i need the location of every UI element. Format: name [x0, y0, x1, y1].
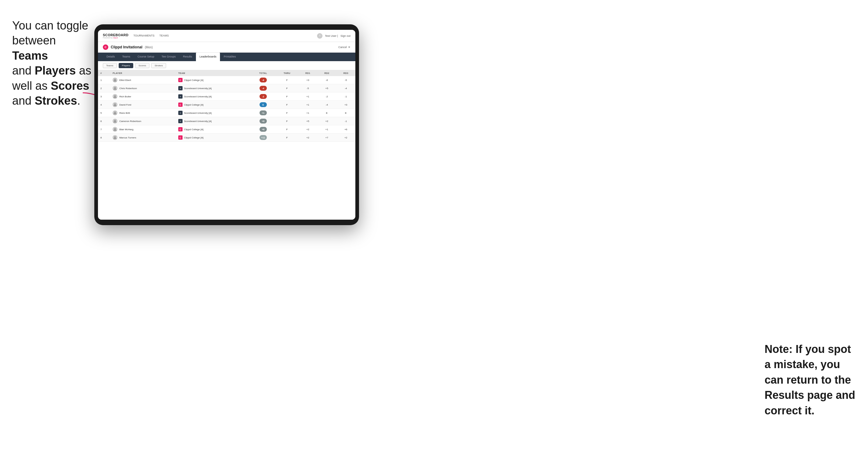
col-team: TEAM [176, 70, 251, 76]
team-name: Clippd College [A] [184, 136, 204, 139]
tab-teams[interactable]: Teams [119, 53, 134, 61]
right-annotation: Note: If you spot a mistake, you can ret… [765, 342, 856, 418]
svg-point-1 [114, 79, 116, 80]
tournament-gender: (Men) [145, 45, 153, 49]
rd2-cell: -2 [317, 92, 337, 101]
rd1-cell: +3 [298, 76, 317, 84]
players-table: # PLAYER TEAM TOTAL THRU RD1 RD2 RD3 1 E… [98, 70, 355, 142]
table-row[interactable]: 1 Elliot Ebert C Clippd College [A] -8F+… [98, 76, 355, 84]
player-name: David Ford [119, 103, 131, 106]
toggle-scores[interactable]: Scores [135, 63, 149, 68]
thru-cell: F [276, 92, 299, 101]
top-nav-right: T Test User | Sign out [317, 33, 350, 39]
scoreboard-logo: SCOREBOARD Powered by clippd [103, 33, 128, 39]
user-name: Test User | [325, 34, 338, 37]
rd3-cell: +6 [336, 125, 355, 133]
sub-nav: Details Teams Course Setup Tee Groups Re… [98, 53, 355, 61]
leaderboard-table: # PLAYER TEAM TOTAL THRU RD1 RD2 RD3 1 E… [98, 70, 355, 220]
team-name: Clippd College [A] [184, 79, 204, 82]
table-row[interactable]: 6 Cameron Robertson ≡ Scoreboard Univers… [98, 117, 355, 125]
team-name: Scoreboard University [A] [184, 120, 212, 123]
cancel-button[interactable]: Cancel ✕ [338, 45, 350, 49]
toggle-players[interactable]: Players [119, 63, 133, 68]
svg-point-7 [114, 128, 116, 130]
table-row[interactable]: 5 Rees Britt ≡ Scoreboard University [A]… [98, 109, 355, 117]
rank-cell: 2 [98, 84, 110, 92]
team-cell: ≡ Scoreboard University [A] [176, 117, 251, 125]
toggle-strokes[interactable]: Strokes [151, 63, 166, 68]
tab-printables[interactable]: Printables [220, 53, 240, 61]
team-cell: C Clippd College [A] [176, 133, 251, 142]
table-row[interactable]: 3 Rich Butler ≡ Scoreboard University [A… [98, 92, 355, 101]
tab-results[interactable]: Results [180, 53, 196, 61]
player-name: Rich Butler [119, 95, 131, 98]
tab-details[interactable]: Details [103, 53, 119, 61]
rd2-cell: +5 [317, 84, 337, 92]
players-bold: Players [35, 64, 76, 77]
player-name: Rees Britt [119, 112, 130, 115]
tournament-header: C Clippd Invitational (Men) Cancel ✕ [98, 42, 355, 53]
tab-tee-groups[interactable]: Tee Groups [158, 53, 180, 61]
top-nav-links: TOURNAMENTS TEAMS [133, 33, 317, 39]
team-icon: ≡ [178, 94, 183, 99]
col-total: TOTAL [251, 70, 276, 76]
sign-out-link[interactable]: Sign out [340, 34, 350, 37]
user-avatar: T [317, 33, 322, 39]
svg-point-6 [114, 120, 116, 121]
left-annotation: You can toggle between Teams and Players… [12, 18, 91, 108]
player-avatar [113, 86, 118, 91]
nav-tournaments[interactable]: TOURNAMENTS [133, 33, 154, 39]
player-cell: Marcus Turners [110, 133, 176, 142]
toggle-teams[interactable]: Teams [103, 63, 117, 68]
svg-point-4 [114, 103, 116, 105]
rd3-cell: E [336, 109, 355, 117]
player-name: Blair McHarg [119, 128, 133, 131]
col-rd2: RD2 [317, 70, 337, 76]
team-cell: ≡ Scoreboard University [A] [176, 109, 251, 117]
teams-bold: Teams [12, 49, 48, 62]
team-name: Clippd College [A] [184, 128, 204, 131]
top-nav: SCOREBOARD Powered by clippd TOURNAMENTS… [98, 30, 355, 42]
tab-course-setup[interactable]: Course Setup [134, 53, 158, 61]
thru-cell: F [276, 117, 299, 125]
team-cell: C Clippd College [A] [176, 101, 251, 109]
team-icon: C [178, 102, 183, 107]
team-icon: C [178, 135, 183, 139]
team-cell: C Clippd College [A] [176, 125, 251, 133]
table-row[interactable]: 2 Chris Robertson ≡ Scoreboard Universit… [98, 84, 355, 92]
score-badge: -2 [259, 94, 267, 99]
total-cell: +8 [251, 125, 276, 133]
table-row[interactable]: 4 David Ford C Clippd College [A] EF+1-4… [98, 101, 355, 109]
rd2-cell: +7 [317, 133, 337, 142]
strokes-bold: Strokes [35, 94, 77, 107]
player-cell: Cameron Robertson [110, 117, 176, 125]
tab-leaderboards[interactable]: Leaderboards [196, 53, 220, 61]
team-cell: ≡ Scoreboard University [A] [176, 92, 251, 101]
rd1-cell: +1 [298, 92, 317, 101]
player-name: Marcus Turners [119, 136, 136, 139]
rd1-cell: +2 [298, 133, 317, 142]
score-badge: +8 [259, 127, 267, 132]
player-cell: Rees Britt [110, 109, 176, 117]
team-icon: C [178, 78, 183, 82]
team-name: Scoreboard University [A] [184, 95, 212, 98]
col-rd3: RD3 [336, 70, 355, 76]
player-name: Cameron Robertson [119, 120, 141, 123]
team-name: Scoreboard University [A] [184, 112, 212, 115]
thru-cell: F [276, 109, 299, 117]
rd2-cell: +2 [317, 117, 337, 125]
table-row[interactable]: 8 Marcus Turners C Clippd College [A] +1… [98, 133, 355, 142]
rd3-cell: +3 [336, 101, 355, 109]
thru-cell: F [276, 84, 299, 92]
nav-teams[interactable]: TEAMS [159, 33, 169, 39]
rd3-cell: -5 [336, 76, 355, 84]
rank-cell: 4 [98, 101, 110, 109]
table-row[interactable]: 7 Blair McHarg C Clippd College [A] +8F+… [98, 125, 355, 133]
col-rd1: RD1 [298, 70, 317, 76]
player-avatar [113, 119, 118, 124]
col-player: PLAYER [110, 70, 176, 76]
toggle-row: Teams Players Scores Strokes [98, 61, 355, 70]
svg-point-5 [114, 112, 116, 113]
thru-cell: F [276, 133, 299, 142]
team-icon: ≡ [178, 86, 183, 90]
